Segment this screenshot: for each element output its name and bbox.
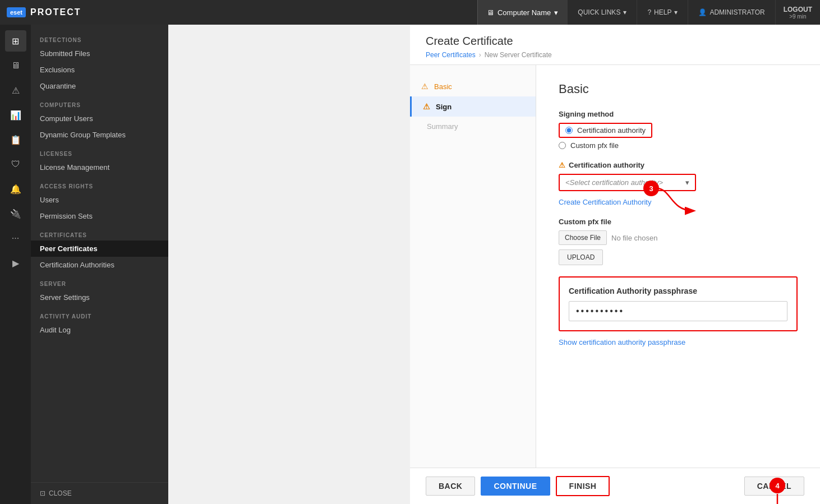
radio-custom-pfx[interactable]: Custom pfx file [559, 141, 798, 150]
radio-custom-pfx-label: Custom pfx file [570, 141, 619, 150]
sidebar-icon-bell[interactable]: 🔔 [5, 178, 26, 200]
permission-sets-label: Permission Sets [40, 212, 93, 220]
custom-pfx-group: Custom pfx file Choose File No file chos… [559, 218, 798, 265]
certification-authorities-label: Certification Authorities [40, 261, 114, 269]
users-label: Users [40, 196, 59, 204]
back-button[interactable]: BACK [426, 477, 475, 496]
step-summary-label: Summary [427, 122, 458, 131]
topbar-brand: PROTECT [30, 7, 81, 17]
wizard-step-summary[interactable]: Summary [410, 117, 536, 136]
dynamic-group-templates-label: Dynamic Group Templates [40, 131, 126, 139]
sidebar-icon-chart[interactable]: 📊 [5, 104, 26, 126]
passphrase-input[interactable] [569, 301, 787, 321]
section-licenses: LICENSES [31, 143, 168, 159]
computer-users-label: Computer Users [40, 114, 93, 123]
help-label: HELP [654, 8, 671, 16]
chevron-down-icon: ▾ [674, 8, 678, 16]
signing-method-group: Signing method Certification authority [559, 110, 798, 150]
main-layout: ⊞ 🖥 ⚠ 📊 📋 🛡 🔔 🔌 ··· ▶ DETECTIONS Submitt… [0, 25, 820, 504]
logout-btn[interactable]: LOGOUT >9 min [775, 0, 820, 25]
sidebar-icon-shield[interactable]: 🛡 [5, 154, 26, 175]
sidebar-item-quarantine[interactable]: Quarantine [31, 78, 168, 94]
breadcrumb: Peer Certificates › New Server Certifica… [426, 51, 804, 59]
step-basic-label: Basic [434, 82, 452, 91]
content-header: Create Certificate Peer Certificates › N… [410, 25, 820, 65]
continue-button[interactable]: CONTINUE [481, 477, 550, 496]
wizard-wrapper: ⚠ Basic ⚠ Sign Summary Basic [410, 65, 820, 504]
sidebar-item-computer-users[interactable]: Computer Users [31, 110, 168, 127]
close-label: CLOSE [49, 489, 72, 497]
sidebar-item-users[interactable]: Users [31, 192, 168, 208]
warning-icon: ⚠ [421, 82, 429, 91]
finish-button[interactable]: FINISH [556, 476, 610, 496]
sidebar-icon-plug[interactable]: 🔌 [5, 203, 26, 224]
logout-label: LOGOUT [784, 6, 812, 13]
administrator-label: ADMINISTRATOR [710, 8, 764, 16]
sidebar-icon-grid[interactable]: ⊞ [5, 30, 26, 52]
chevron-down-icon: ▾ [623, 8, 626, 16]
section-activity-audit: ACTIVITY AUDIT [31, 306, 168, 322]
topbar-right: 🖥 Computer Name ▾ QUICK LINKS ▾ ? HELP ▾… [477, 0, 820, 25]
submitted-files-label: Submitted Files [40, 49, 90, 58]
show-passphrase-link[interactable]: Show certification authority passphrase [559, 338, 685, 346]
content-area: Create Certificate Peer Certificates › N… [410, 25, 820, 504]
eset-logo: eset [7, 7, 26, 17]
administrator-btn[interactable]: 👤 ADMINISTRATOR [688, 0, 775, 25]
topbar: eset PROTECT 🖥 Computer Name ▾ QUICK LIN… [0, 0, 820, 25]
computer-name-btn[interactable]: 🖥 Computer Name ▾ [477, 0, 567, 25]
sidebar-item-dynamic-group-templates[interactable]: Dynamic Group Templates [31, 127, 168, 143]
sidebar-icon-warning[interactable]: ⚠ [5, 80, 26, 101]
file-picker: Choose File No file chosen [559, 230, 798, 245]
monitor-icon: 🖥 [487, 8, 494, 17]
sidebar-item-server-settings[interactable]: Server Settings [31, 289, 168, 306]
section-computers: COMPUTERS [31, 94, 168, 110]
cert-authority-label: ⚠ Certification authority [559, 161, 798, 169]
radio-cert-authority-label: Certification authority [577, 126, 646, 135]
radio-cert-authority-input[interactable] [565, 127, 573, 134]
breadcrumb-peer-certificates[interactable]: Peer Certificates [426, 51, 476, 59]
sidebar-icon-panel: ⊞ 🖥 ⚠ 📊 📋 🛡 🔔 🔌 ··· ▶ [0, 25, 31, 504]
logout-sub: >9 min [789, 13, 806, 20]
sidebar-icon-monitor[interactable]: 🖥 [5, 55, 26, 76]
quarantine-label: Quarantine [40, 82, 76, 90]
sidebar-item-exclusions[interactable]: Exclusions [31, 62, 168, 78]
sidebar-item-certification-authorities[interactable]: Certification Authorities [31, 257, 168, 273]
signing-method-label: Signing method [559, 110, 798, 118]
choose-file-btn[interactable]: Choose File [559, 230, 607, 245]
sidebar-item-submitted-files[interactable]: Submitted Files [31, 45, 168, 62]
sidebar-item-license-management[interactable]: License Management [31, 159, 168, 175]
computer-name-label: Computer Name [497, 8, 551, 17]
radio-custom-pfx-input[interactable] [559, 142, 566, 149]
custom-pfx-label: Custom pfx file [559, 218, 798, 226]
exclusions-label: Exclusions [40, 66, 75, 74]
cert-authority-select[interactable]: <Select certification authority> ▾ [559, 174, 696, 191]
sidebar-nav: DETECTIONS Submitted Files Exclusions Qu… [31, 25, 168, 482]
sidebar-item-audit-log[interactable]: Audit Log [31, 322, 168, 338]
wizard-section-title: Basic [559, 82, 798, 96]
sidebar-item-permission-sets[interactable]: Permission Sets [31, 208, 168, 224]
upload-btn[interactable]: UPLOAD [559, 249, 603, 265]
breadcrumb-separator: › [479, 51, 481, 59]
sidebar-icon-file[interactable]: 📋 [5, 129, 26, 150]
step-sign-label: Sign [436, 103, 452, 111]
sidebar-item-peer-certificates[interactable]: Peer Certificates [31, 241, 168, 257]
sidebar-icon-expand[interactable]: ▶ [5, 252, 26, 274]
sidebar-icon-more[interactable]: ··· [5, 228, 26, 249]
radio-certification-authority[interactable]: Certification authority [559, 123, 798, 138]
quick-links-btn[interactable]: QUICK LINKS ▾ [567, 0, 637, 25]
topbar-left: eset PROTECT [7, 7, 81, 17]
cert-authority-group: ⚠ Certification authority <Select certif… [559, 161, 798, 206]
sidebar-close-btn[interactable]: ⊡ CLOSE [31, 482, 168, 504]
wizard-step-basic[interactable]: ⚠ Basic [410, 76, 536, 96]
chevron-down-icon: ▾ [554, 8, 558, 17]
cancel-button[interactable]: CANCEL [744, 477, 804, 496]
wizard-steps-panel: ⚠ Basic ⚠ Sign Summary [410, 65, 536, 468]
audit-log-label: Audit Log [40, 326, 71, 334]
section-certificates: CERTIFICATES [31, 224, 168, 241]
wizard-step-sign[interactable]: ⚠ Sign [410, 96, 536, 117]
license-management-label: License Management [40, 163, 109, 172]
close-icon: ⊡ [40, 489, 45, 497]
help-btn[interactable]: ? HELP ▾ [637, 0, 688, 25]
server-settings-label: Server Settings [40, 293, 90, 302]
create-cert-authority-link[interactable]: Create Certification Authority [559, 198, 651, 206]
